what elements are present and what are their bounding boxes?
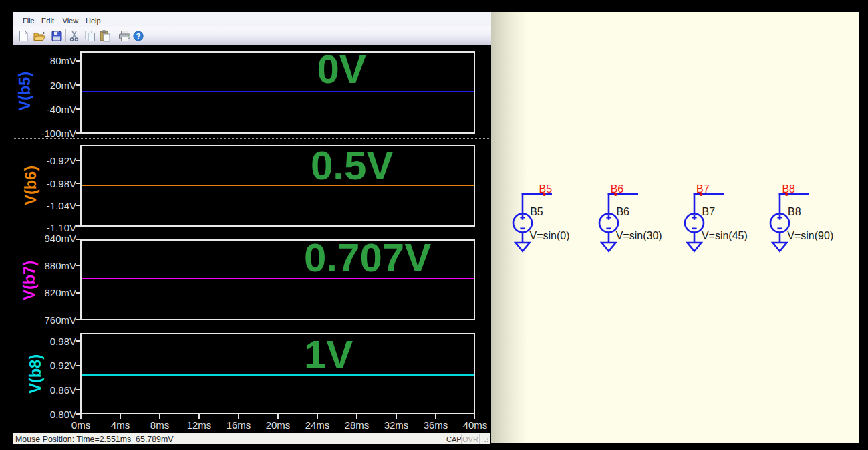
- svg-text:?: ?: [136, 32, 140, 40]
